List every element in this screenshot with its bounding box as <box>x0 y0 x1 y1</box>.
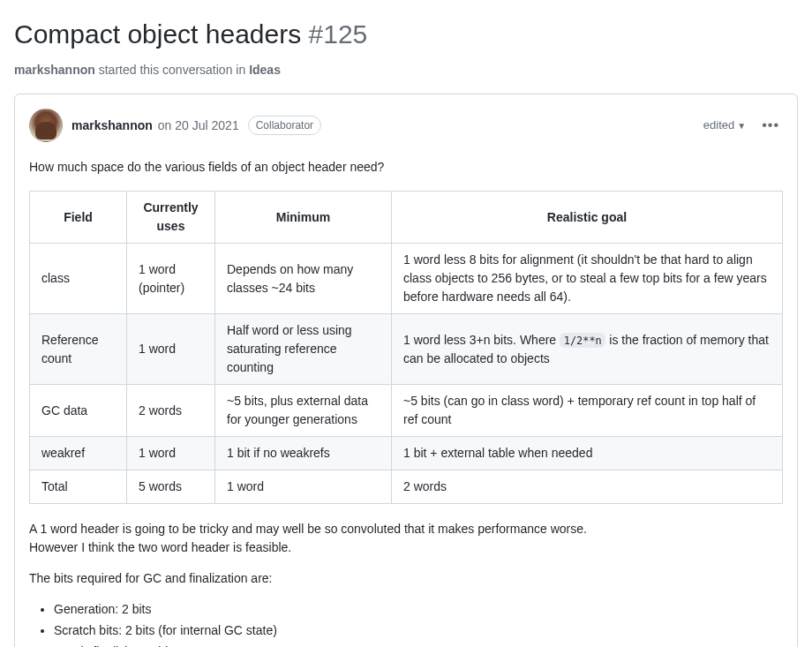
table-row: class 1 word (pointer) Depends on how ma… <box>30 244 783 314</box>
th-goal: Realistic goal <box>392 192 783 244</box>
issue-number: #125 <box>309 19 368 49</box>
list-item: Scratch bits: 2 bits (for internal GC st… <box>54 621 783 640</box>
paragraph: A 1 word header is going to be tricky an… <box>29 520 783 557</box>
table-row: GC data 2 words ~5 bits, plus external d… <box>30 385 783 437</box>
meta-started-text: started this conversation in <box>95 63 249 77</box>
table-row: Reference count 1 word Half word or less… <box>30 314 783 385</box>
edited-dropdown[interactable]: edited ▼ <box>703 117 746 134</box>
kebab-icon[interactable]: ••• <box>758 113 783 138</box>
paragraph: The bits required for GC and finalizatio… <box>29 569 783 588</box>
table-row: Total 5 words 1 word 2 words <box>30 470 783 504</box>
header-fields-table: Field Currently uses Minimum Realistic g… <box>29 191 783 504</box>
comment-timestamp[interactable]: on 20 Jul 2021 <box>158 117 239 135</box>
conversation-meta: markshannon started this conversation in… <box>14 61 798 79</box>
comment-container: markshannon on 20 Jul 2021 Collaborator … <box>14 94 798 647</box>
caret-down-icon: ▼ <box>737 119 746 132</box>
comment-author[interactable]: markshannon <box>71 117 153 135</box>
meta-author[interactable]: markshannon <box>14 63 95 77</box>
bullet-list: Generation: 2 bits Scratch bits: 2 bits … <box>29 600 783 647</box>
table-row: weakref 1 word 1 bit if no weakrefs 1 bi… <box>30 437 783 470</box>
th-currently: Currently uses <box>127 192 215 244</box>
title-text: Compact object headers <box>14 19 301 49</box>
intro-paragraph: How much space do the various fields of … <box>29 158 783 177</box>
inline-code: 1/2**n <box>560 333 605 349</box>
th-minimum: Minimum <box>215 192 392 244</box>
role-badge: Collaborator <box>248 116 321 135</box>
comment-header: markshannon on 20 Jul 2021 Collaborator … <box>29 109 783 142</box>
list-item: Needs finalizing: 1 bit <box>54 643 783 647</box>
th-field: Field <box>30 192 127 244</box>
avatar[interactable] <box>29 109 63 142</box>
list-item: Generation: 2 bits <box>54 600 783 619</box>
page-title: Compact object headers #125 <box>14 14 798 54</box>
meta-category[interactable]: Ideas <box>249 63 281 77</box>
